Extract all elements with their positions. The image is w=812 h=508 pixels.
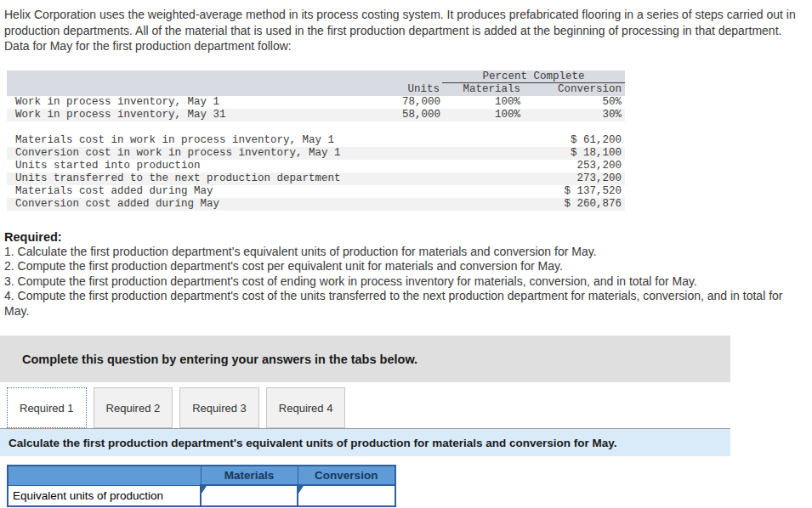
wip-may31-materials-pct: 100% [442,109,523,121]
process-costing-problem-page: { "colors": { "accent_blue": "#5f9bd5", … [0,0,812,508]
header-spacer [7,83,388,96]
table-row: Materials cost in work in process invent… [7,134,625,147]
answer-row-label: Equivalent units of production [8,485,201,506]
problem-statement: Helix Corporation uses the weighted-aver… [4,7,808,54]
cell-marker-icon [202,486,207,494]
conversion-cost-added-label: Conversion cost added during May [7,198,388,211]
required-section: Required: 1. Calculate the first product… [4,230,808,319]
units-started-value: 253,200 [388,160,625,172]
table-row: Work in process inventory, May 31 58,000… [7,109,625,121]
materials-cost-bwip-value: $ 61,200 [388,134,625,147]
instruction-panel-text: Complete this question by entering your … [22,353,417,366]
tab-required-1[interactable]: Required 1 [7,387,87,428]
wip-may31-units: 58,000 [388,109,442,121]
table-row: Conversion cost added during May $ 260,8… [7,198,625,211]
materials-cost-added-value: $ 137,520 [388,185,625,198]
units-started-label: Units started into production [7,160,388,172]
materials-equivalent-units-input[interactable] [202,486,297,505]
materials-input-cell[interactable] [201,485,298,506]
answer-header-materials: Materials [201,466,298,485]
wip-may1-label: Work in process inventory, May 1 [7,96,388,109]
required-item-1: 1. Calculate the first production depart… [4,245,808,260]
wip-may1-conversion-pct: 50% [523,96,625,109]
tab-strip: Required 1 Required 2 Required 3 Require… [7,387,812,428]
tab-required-2[interactable]: Required 2 [94,387,173,428]
percent-complete-header: Percent Complete [442,71,625,83]
column-header-row: Units Materials Conversion [7,83,625,96]
header-spacer [388,71,442,83]
tab-instruction-bar: Calculate the first production departmen… [0,428,730,456]
data-table: Percent Complete Units Materials Convers… [7,71,625,211]
answer-header-row: Materials Conversion [8,466,395,485]
required-heading: Required: [4,230,808,245]
conversion-cost-added-value: $ 260,876 [388,198,625,211]
conversion-cost-bwip-label: Conversion cost in work in process inven… [7,147,388,160]
conversion-column-header: Conversion [523,83,625,96]
answer-table: Materials Conversion Equivalent units of… [7,465,396,507]
table-row: Conversion cost in work in process inven… [7,147,625,160]
answer-data-row: Equivalent units of production [8,485,395,506]
percent-complete-header-row: Percent Complete [7,71,625,83]
tab-required-3[interactable]: Required 3 [179,387,259,428]
units-transferred-label: Units transferred to the next production… [7,172,388,185]
conversion-input-cell[interactable] [298,485,395,506]
conversion-cost-bwip-value: $ 18,100 [388,147,625,160]
tab-instruction-text: Calculate the first production departmen… [9,437,617,449]
table-row: Units started into production 253,200 [7,160,625,172]
materials-cost-bwip-label: Materials cost in work in process invent… [7,134,388,147]
required-item-3: 3. Compute the first production departme… [4,274,808,290]
tab-required-4[interactable]: Required 4 [266,387,346,428]
wip-may31-label: Work in process inventory, May 31 [7,109,388,121]
wip-may1-units: 78,000 [388,96,442,109]
table-row: Units transferred to the next production… [7,172,625,185]
required-item-4: 4. Compute the first production departme… [4,289,808,319]
answer-header-corner [8,466,201,485]
wip-may31-conversion-pct: 30% [523,109,625,121]
spacer-row [7,121,625,134]
table-row: Materials cost added during May $ 137,52… [7,185,625,198]
cell-marker-icon [298,486,304,494]
answer-header-conversion: Conversion [298,466,395,485]
materials-column-header: Materials [442,83,523,96]
units-transferred-value: 273,200 [388,172,625,185]
table-row: Work in process inventory, May 1 78,000 … [7,96,625,109]
units-column-header: Units [388,83,442,96]
header-spacer [7,71,388,83]
conversion-equivalent-units-input[interactable] [298,486,395,505]
instruction-panel: Complete this question by entering your … [0,336,730,382]
wip-may1-materials-pct: 100% [442,96,523,109]
required-item-2: 2. Compute the first production departme… [4,259,808,274]
materials-cost-added-label: Materials cost added during May [7,185,388,198]
